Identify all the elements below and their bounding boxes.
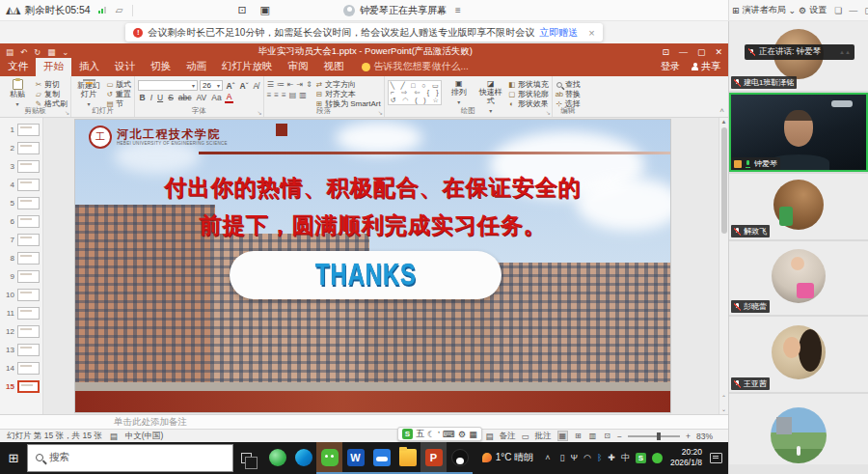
comments-toggle-icon[interactable]: ▭	[521, 432, 529, 441]
banner-close-icon[interactable]: ×	[588, 27, 594, 39]
font-color-button[interactable]: A	[225, 93, 233, 103]
grid-icon[interactable]: ▦	[469, 430, 477, 439]
slide-canvas[interactable]: 工 河北工程技术学院 HEBEI UNIVERSITY OF ENGINEERI…	[75, 120, 670, 412]
shape-outline-button[interactable]: ▢形状轮廓	[508, 90, 549, 98]
bullets-icon[interactable]: ☰	[267, 80, 274, 89]
popout-icon[interactable]: ▱	[116, 5, 123, 15]
ppt-close-button[interactable]: ✕	[715, 47, 722, 57]
scrollbar-thumb[interactable]	[721, 127, 727, 234]
change-case-button[interactable]: Aa	[210, 93, 223, 102]
customize-qat-icon[interactable]: ⌄	[62, 47, 68, 57]
tray-battery-icon[interactable]: ▯	[560, 453, 565, 462]
participant-tile-video[interactable]: 钟爱琴	[729, 93, 868, 174]
save-icon[interactable]: ▤	[6, 47, 14, 57]
slide-thumbnail-12[interactable]: 12	[0, 322, 42, 341]
tray-usb-icon[interactable]: ✚	[608, 453, 615, 462]
slide-thumbnail-5[interactable]: 5	[0, 194, 42, 212]
dialog-launcher-icon[interactable]: ↘	[378, 109, 383, 116]
slide-thumbnail-9[interactable]: 9	[0, 267, 42, 286]
taskbar-clock[interactable]: 20:20 2026/1/8	[670, 447, 702, 467]
slide-thumbnail-13[interactable]: 13	[0, 341, 42, 359]
shape-fill-button[interactable]: ◧形状填充	[508, 80, 549, 89]
sign-in-button[interactable]: 登录	[661, 60, 680, 76]
reset-button[interactable]: ↺重置	[106, 90, 131, 98]
show-hidden-icons-button[interactable]: ˄	[545, 453, 550, 462]
participant-tile[interactable]: 彭晓蕾	[729, 241, 868, 317]
settings-label[interactable]: 设置	[809, 4, 827, 16]
clear-formatting-icon[interactable]: A̸	[252, 81, 260, 91]
next-slide-icon[interactable]: ⌄	[719, 405, 728, 412]
ime-mode-label[interactable]: 五	[416, 428, 424, 440]
ppt-minimize-button[interactable]: —	[679, 47, 688, 57]
previous-slide-icon[interactable]: ⌃	[719, 394, 728, 401]
tab-开始[interactable]: 开始	[36, 58, 71, 76]
normal-view-button[interactable]: ▦	[557, 431, 569, 441]
slide-thumbnail-4[interactable]: 4	[0, 176, 42, 194]
align-left-icon[interactable]: ≡	[267, 91, 272, 99]
slide-scrollbar[interactable]: ▲ ⌃ ⌄	[719, 118, 728, 414]
arrange-button[interactable]: ▣ 排列 ▾	[445, 78, 474, 107]
slide-thumbnail-3[interactable]: 3	[0, 157, 42, 176]
slide-thumbnail-11[interactable]: 11	[0, 304, 42, 322]
start-button[interactable]: ⊞	[0, 451, 27, 465]
undo-icon[interactable]: ↶	[20, 47, 27, 57]
tab-审阅[interactable]: 审阅	[281, 58, 316, 76]
tray-network-icon[interactable]: ◠	[583, 453, 591, 462]
fullscreen-icon[interactable]: ❏	[832, 6, 844, 15]
paste-button[interactable]: 粘贴 ▾	[3, 78, 32, 107]
zoom-in-icon[interactable]: +	[686, 432, 691, 441]
quick-styles-button[interactable]: ◪ 快速样式 ▾	[476, 78, 505, 107]
layout-grid-icon[interactable]: ⊞	[732, 6, 740, 15]
bold-button[interactable]: B	[138, 93, 147, 102]
zoom-level[interactable]: 83%	[696, 432, 713, 441]
char-spacing-button[interactable]: AV	[195, 93, 208, 102]
taskbar-app-wechat[interactable]	[316, 441, 342, 474]
zoom-slider-thumb[interactable]	[657, 432, 661, 440]
tray-microphone-icon[interactable]: Ψ	[571, 453, 579, 462]
taskbar-app-edge[interactable]	[290, 441, 316, 474]
tray-sogou-icon[interactable]: S	[636, 453, 646, 463]
align-center-icon[interactable]: ≡	[274, 91, 279, 99]
slide-thumbnail-7[interactable]: 7	[0, 231, 42, 249]
font-name-box[interactable]: ▾	[138, 80, 198, 91]
taskbar-app-browser-360[interactable]	[264, 441, 290, 474]
tray-ime-icon[interactable]: 中	[621, 452, 630, 464]
text-direction-button[interactable]: ⇄文字方向	[315, 80, 381, 89]
decrease-indent-icon[interactable]: ⇤	[287, 80, 294, 89]
soft-keyboard-icon[interactable]: ⌨	[443, 430, 455, 439]
tab-切换[interactable]: 切换	[143, 58, 178, 76]
cut-button[interactable]: ✂剪切	[35, 80, 68, 89]
toolbox-icon[interactable]: ⚙	[458, 430, 466, 439]
layout-label[interactable]: 演讲者布局	[743, 4, 786, 16]
banner-upgrade-link[interactable]: 立即赠送	[539, 26, 578, 40]
tab-插入[interactable]: 插入	[71, 58, 107, 76]
tray-wechat-tray-icon[interactable]	[652, 453, 663, 463]
strikethrough-button[interactable]: S	[167, 93, 176, 102]
language-status[interactable]: 中文(中国)	[125, 431, 164, 442]
notes-pane[interactable]: 单击此处添加备注	[0, 414, 728, 429]
shrink-font-icon[interactable]: Aˇ	[238, 81, 250, 91]
slideshow-icon[interactable]: ▦	[47, 47, 55, 57]
zoom-slider[interactable]	[628, 435, 680, 437]
slide-thumbnail-2[interactable]: 2	[0, 139, 42, 157]
minimize-button[interactable]: —	[847, 6, 859, 15]
share-button[interactable]: 共享	[692, 60, 720, 76]
taskbar-app-word[interactable]	[342, 441, 368, 474]
zoom-out-icon[interactable]: −	[617, 432, 622, 441]
tab-幻灯片放映[interactable]: 幻灯片放映	[214, 58, 281, 76]
windows-stack-icon[interactable]: ▣	[260, 4, 270, 16]
layout-button[interactable]: ▭版式	[106, 80, 131, 89]
columns-icon[interactable]: ▥	[299, 91, 307, 99]
task-view-button[interactable]	[233, 453, 258, 463]
sogou-logo-icon[interactable]: S	[402, 429, 413, 439]
redo-icon[interactable]: ↻	[34, 47, 41, 57]
weather-widget[interactable]: 1°C 晴朗	[482, 451, 534, 464]
tab-动画[interactable]: 动画	[178, 58, 214, 76]
shapes-gallery[interactable]: ╲╱□○▭ ⌐⇨⇦{} ↺◠()☆	[388, 80, 442, 105]
replace-button[interactable]: ab替换	[556, 90, 581, 98]
italic-button[interactable]: I	[149, 93, 153, 102]
font-size-box[interactable]: 26▾	[200, 80, 223, 91]
slide-thumbnail-15[interactable]: 15	[0, 377, 42, 396]
find-button[interactable]: 查找	[556, 80, 581, 89]
slide-thumbnail-10[interactable]: 10	[0, 286, 42, 304]
